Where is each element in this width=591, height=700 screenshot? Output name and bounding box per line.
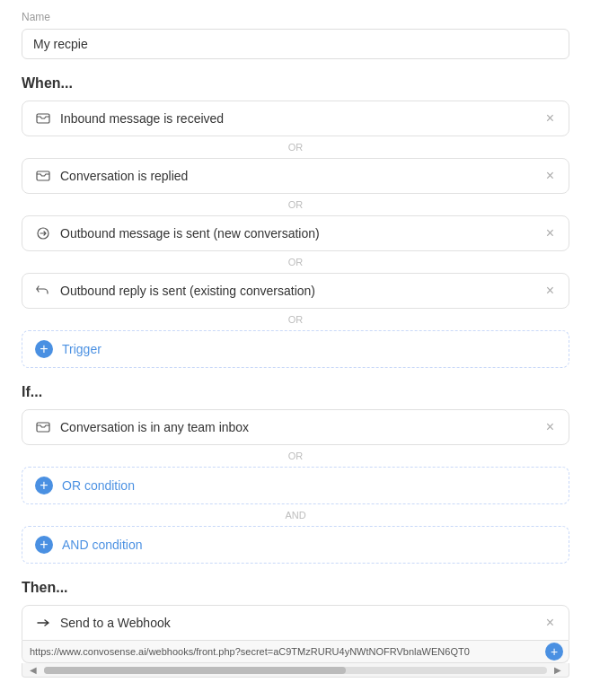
horizontal-scrollbar[interactable]: ◀ ▶ xyxy=(22,663,569,678)
and-divider: AND xyxy=(22,504,569,526)
inbox-icon-1 xyxy=(35,110,51,127)
name-section: Name xyxy=(22,11,569,59)
when-title: When... xyxy=(22,75,569,92)
or-divider-2: OR xyxy=(22,194,569,215)
condition-card-1-left: Conversation is in any team inbox xyxy=(35,419,249,435)
trigger-card-2: Conversation is replied × xyxy=(22,158,569,194)
add-and-label: AND condition xyxy=(62,538,143,552)
plus-icon-trigger: + xyxy=(35,340,53,358)
trigger-label-2: Conversation is replied xyxy=(60,169,188,183)
trigger-card-1-left: Inbound message is received xyxy=(35,110,224,127)
reply-icon-4 xyxy=(35,283,51,299)
remove-trigger-4[interactable]: × xyxy=(544,284,556,298)
plus-icon-and: + xyxy=(35,536,53,554)
add-trigger-label: Trigger xyxy=(62,342,101,356)
trigger-card-2-left: Conversation is replied xyxy=(35,168,188,184)
name-input[interactable] xyxy=(22,29,569,59)
trigger-card-4: Outbound reply is sent (existing convers… xyxy=(22,273,569,309)
action-card-1: Send to a Webhook × xyxy=(22,605,569,641)
remove-trigger-2[interactable]: × xyxy=(544,169,556,183)
trigger-card-3-left: Outbound message is sent (new conversati… xyxy=(35,225,320,241)
action-label-1: Send to a Webhook xyxy=(60,616,171,630)
scroll-track[interactable] xyxy=(44,667,547,674)
scroll-thumb xyxy=(44,667,346,674)
trigger-label-1: Inbound message is received xyxy=(60,111,224,126)
plus-icon-or: + xyxy=(35,477,53,494)
inbox-icon-cond-1 xyxy=(35,419,51,435)
scroll-left-arrow[interactable]: ◀ xyxy=(26,665,40,675)
remove-trigger-3[interactable]: × xyxy=(544,226,556,241)
outbound-icon-3 xyxy=(35,225,51,241)
or-divider-3: OR xyxy=(22,251,569,273)
remove-action-1[interactable]: × xyxy=(544,616,556,630)
recipe-editor: Name When... Inbound message is received… xyxy=(0,0,591,696)
trigger-label-4: Outbound reply is sent (existing convers… xyxy=(60,284,315,298)
name-label: Name xyxy=(22,11,569,23)
webhook-url-text: https://www.convosense.ai/webhooks/front… xyxy=(22,641,545,662)
condition-card-1: Conversation is in any team inbox × xyxy=(22,409,569,445)
action-card-1-left: Send to a Webhook xyxy=(35,615,171,631)
add-or-condition-button[interactable]: + OR condition xyxy=(22,467,569,504)
webhook-add-button[interactable]: + xyxy=(545,643,563,661)
then-section: Then... Send to a Webhook × https://www.… xyxy=(22,580,569,678)
trigger-card-1: Inbound message is received × xyxy=(22,101,569,136)
inbox-icon-2 xyxy=(35,168,51,184)
then-title: Then... xyxy=(22,580,569,596)
add-and-condition-button[interactable]: + AND condition xyxy=(22,526,569,564)
arrow-icon-action xyxy=(35,615,51,631)
or-divider-1: OR xyxy=(22,136,569,158)
scroll-right-arrow[interactable]: ▶ xyxy=(551,665,565,675)
remove-trigger-1[interactable]: × xyxy=(544,111,556,126)
trigger-card-4-left: Outbound reply is sent (existing convers… xyxy=(35,283,315,299)
remove-condition-1[interactable]: × xyxy=(544,420,556,434)
trigger-label-3: Outbound message is sent (new conversati… xyxy=(60,226,320,241)
add-or-label: OR condition xyxy=(62,478,135,493)
when-section: When... Inbound message is received × OR xyxy=(22,75,569,368)
or-divider-4: OR xyxy=(22,309,569,330)
webhook-url-bar: https://www.convosense.ai/webhooks/front… xyxy=(22,641,569,663)
if-section: If... Conversation is in any team inbox … xyxy=(22,384,569,564)
or-divider-cond: OR xyxy=(22,445,569,467)
add-trigger-button[interactable]: + Trigger xyxy=(22,330,569,368)
trigger-card-3: Outbound message is sent (new conversati… xyxy=(22,215,569,251)
condition-label-1: Conversation is in any team inbox xyxy=(60,420,249,434)
if-title: If... xyxy=(22,384,569,400)
